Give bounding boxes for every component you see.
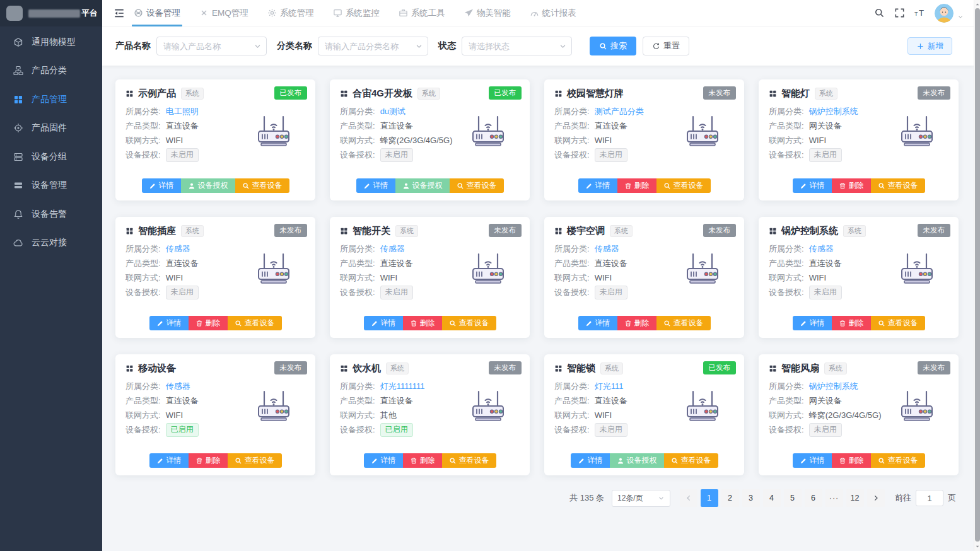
nav-tab-4[interactable]: 系统监控 [333,0,380,26]
add-button[interactable]: 新增 [907,37,952,55]
detail-button[interactable]: 详情 [578,178,617,193]
firmware-icon [13,123,23,133]
category-link[interactable]: 测试产品分类 [595,106,644,117]
field-label-network: 联网方式: [340,410,375,421]
chevron-down-icon[interactable] [957,14,964,20]
nav-tab-6[interactable]: 物美智能 [464,0,511,26]
page-button-5[interactable]: 5 [784,489,802,507]
delete-button[interactable]: 删除 [403,316,442,330]
page-button-3[interactable]: 3 [742,489,760,507]
fontsize-icon[interactable]: TT [914,8,925,18]
page-button-4[interactable]: 4 [763,489,781,507]
search-icon[interactable] [874,8,885,18]
view-button[interactable]: 查看设备 [450,178,504,193]
detail-button[interactable]: 详情 [364,316,403,330]
search-button[interactable]: 搜索 [590,37,636,55]
view-button[interactable]: 查看设备 [442,316,496,330]
sidebar-item-6[interactable]: 设备管理 [0,171,102,200]
scroll-down-icon[interactable] [974,543,980,550]
detail-button[interactable]: 详情 [793,178,832,193]
next-page-button[interactable] [867,489,885,507]
delete-button[interactable]: 删除 [403,453,442,468]
nav-tab-2[interactable]: EMQ管理 [199,0,248,26]
category-link[interactable]: 锅炉控制系统 [809,106,858,117]
delete-button[interactable]: 删除 [189,316,228,330]
detail-button[interactable]: 详情 [793,453,832,468]
category-link[interactable]: 灯光1111111 [380,381,425,392]
category-link[interactable]: 传感器 [595,243,619,255]
page-button-12[interactable]: 12 [846,489,864,507]
delete-button[interactable]: 删除 [189,453,228,468]
delete-button[interactable]: 删除 [832,178,871,193]
auth-button[interactable]: 设备授权 [395,178,450,193]
field-label-product-type: 产品类型: [554,395,590,407]
detail-button[interactable]: 详情 [149,316,189,330]
fullscreen-icon[interactable] [894,8,905,18]
goto-page-input[interactable] [916,490,943,506]
scroll-up-icon[interactable] [974,1,980,8]
view-button[interactable]: 查看设备 [442,453,496,468]
view-button[interactable]: 查看设备 [228,316,282,330]
view-button[interactable]: 查看设备 [228,453,282,468]
view-button[interactable]: 查看设备 [871,316,925,330]
collapse-sidebar-icon[interactable] [114,8,125,19]
view-button[interactable]: 查看设备 [871,178,925,193]
page-size-select[interactable]: 12条/页 [612,490,670,507]
category-link[interactable]: 电工照明 [166,106,199,117]
scrollbar-thumb[interactable] [975,8,980,542]
sidebar-item-4[interactable]: 产品固件 [0,114,102,143]
field-label-product-type: 产品类型: [340,120,375,132]
page-button-2[interactable]: 2 [721,489,739,507]
category-link[interactable]: 传感器 [166,243,190,255]
view-button[interactable]: 查看设备 [656,178,711,193]
auth-badge: 未启用 [166,286,199,299]
nav-tab-1[interactable]: 设备管理 [134,0,180,26]
filter-input[interactable] [318,37,428,55]
detail-button[interactable]: 详情 [142,178,181,193]
detail-button[interactable]: 详情 [578,316,617,330]
filter-input[interactable] [156,37,267,55]
category-link[interactable]: 传感器 [166,381,190,392]
category-link[interactable]: 锅炉控制系统 [809,381,858,392]
sidebar-item-1[interactable]: 通用物模型 [0,28,102,57]
page-button-1[interactable]: 1 [701,489,718,507]
detail-button[interactable]: 详情 [149,453,189,468]
nav-tab-7[interactable]: 统计报表 [530,0,576,26]
view-button[interactable]: 查看设备 [871,453,925,468]
delete-button[interactable]: 删除 [832,316,871,330]
detail-button[interactable]: 详情 [571,453,610,468]
page-more-button[interactable]: ··· [825,489,843,507]
logo-text-redacted [28,9,80,18]
auth-button[interactable]: 设备授权 [181,178,235,193]
delete-button[interactable]: 删除 [617,178,656,193]
detail-button[interactable]: 详情 [364,453,403,468]
status-select[interactable] [462,37,572,55]
sidebar-item-3[interactable]: 产品管理 [0,85,102,114]
field-label-category: 所属分类: [554,243,590,255]
category-link[interactable]: 传感器 [809,243,834,255]
category-link[interactable]: du测试 [380,106,405,117]
sidebar-item-2[interactable]: 产品分类 [0,57,102,86]
scrollbar[interactable] [974,0,980,551]
sidebar-item-8[interactable]: 云云对接 [0,229,102,258]
sidebar-item-5[interactable]: 设备分组 [0,142,102,171]
product-name: 楼宇空调 [567,225,605,237]
nav-tab-3[interactable]: 系统管理 [267,0,314,26]
view-button[interactable]: 查看设备 [235,178,289,193]
nav-tab-5[interactable]: 系统工具 [399,0,445,26]
detail-button[interactable]: 详情 [793,316,832,330]
field-label-category: 所属分类: [125,106,161,117]
prev-page-button[interactable] [680,489,697,507]
reset-button[interactable]: 重置 [643,37,689,55]
view-button[interactable]: 查看设备 [656,316,711,330]
sidebar-item-7[interactable]: 设备告警 [0,200,102,229]
detail-button[interactable]: 详情 [356,178,395,193]
delete-button[interactable]: 删除 [617,316,656,330]
view-button[interactable]: 查看设备 [664,453,718,468]
category-link[interactable]: 传感器 [380,243,405,255]
category-link[interactable]: 灯光111 [595,381,624,392]
page-button-6[interactable]: 6 [805,489,822,507]
delete-button[interactable]: 删除 [832,453,871,468]
auth-button[interactable]: 设备授权 [610,453,664,468]
avatar[interactable] [935,4,954,23]
